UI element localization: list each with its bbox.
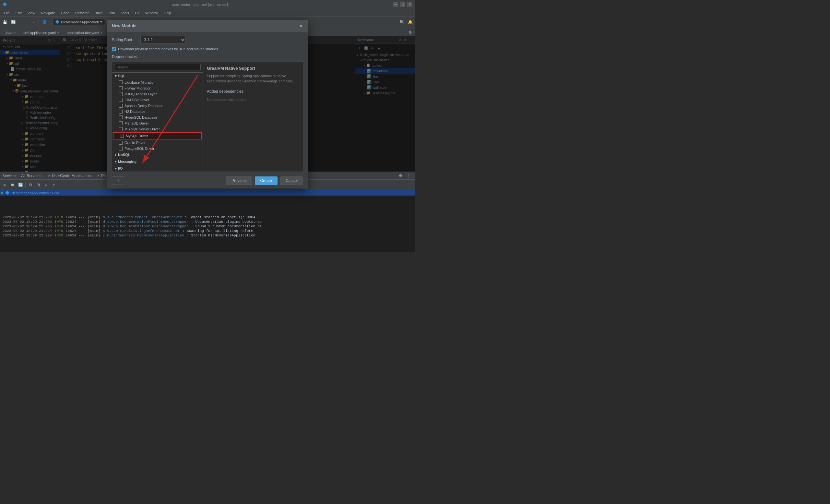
dep-apache-derby[interactable]: Apache Derby Database (112, 103, 203, 108)
dep-hsql-checkbox[interactable] (119, 116, 123, 119)
dep-mysql[interactable]: MySQL Driver (113, 132, 202, 139)
log-source-5: c.m.picmemories.PicMemoriesApplication (103, 233, 184, 238)
dep-derby-label: Apache Derby Database (125, 104, 163, 108)
dep-liquibase-checkbox[interactable] (119, 81, 123, 84)
services-label: Services: (3, 174, 17, 178)
dep-postgresql[interactable]: PostgreSQL Driver (112, 146, 203, 152)
dep-jooq[interactable]: JOOQ Access Layer (112, 91, 203, 97)
dep-category-messaging[interactable]: ▸ Messaging (112, 158, 203, 165)
notifications-button[interactable]: 🔔 (407, 19, 414, 26)
dep-liquibase[interactable]: Liquibase Migration (112, 80, 203, 85)
tab-settings-button[interactable]: ⚙ (407, 29, 414, 36)
maximize-button[interactable]: □ (400, 2, 405, 7)
deps-container: ▾ SQL Liquibase Migration Flyway Migrati… (112, 62, 303, 172)
search-everywhere-button[interactable]: 🔍 (398, 19, 405, 26)
menu-git[interactable]: Git (132, 10, 142, 15)
menu-refactor[interactable]: Refactor (73, 10, 91, 15)
add-service-btn[interactable]: + (50, 181, 57, 188)
dep-ibmdb2[interactable]: IBM DB2 Driver (112, 97, 203, 103)
modal-close-button[interactable]: ✕ (299, 23, 303, 29)
log-line-5: 2023-08-02 18:29:22.024 INFO 19624 --- [… (3, 233, 412, 238)
menu-navigate[interactable]: Navigate (38, 10, 57, 15)
services-settings-btn[interactable]: ⚙ (397, 172, 404, 179)
back-button[interactable]: ← (21, 19, 28, 26)
log-pid-1: 19624 --- (65, 215, 85, 219)
modal-create-button[interactable]: Create (255, 177, 278, 185)
dep-mariadb-label: MariaDB Driver (125, 121, 149, 125)
tab-dev-close[interactable]: ✕ (100, 31, 103, 34)
menu-edit[interactable]: Edit (13, 10, 24, 15)
sync-button[interactable]: 🔄 (10, 19, 17, 26)
dep-category-nosql[interactable]: ▸ NoSQL (112, 152, 203, 158)
dep-ibmdb2-checkbox[interactable] (119, 98, 123, 102)
usercenter-tab[interactable]: ✕ UserCenterApplication (45, 173, 93, 179)
tab-java-close[interactable]: ✕ (13, 31, 16, 34)
dep-category-io[interactable]: ▸ I/O (112, 165, 203, 171)
tab-application-yaml[interactable]: src\.application.yaml ✕ (20, 29, 63, 36)
sql-label: SQL (118, 74, 125, 78)
menu-view[interactable]: View (25, 10, 38, 15)
all-services-tab[interactable]: All Services (19, 173, 44, 179)
log-level-1: INFO (55, 215, 63, 219)
modal-previous-button[interactable]: Previous (226, 177, 252, 185)
dep-h2[interactable]: H2 Database (112, 108, 203, 115)
services-options-btn[interactable]: ⋮ (405, 172, 412, 179)
dep-oracle-checkbox[interactable] (119, 141, 123, 145)
dep-flyway[interactable]: Flyway Migration (112, 85, 203, 91)
modal-help-button[interactable]: ? (112, 177, 125, 185)
tab-dev-label: application-dev.yaml (67, 31, 99, 35)
tab-java[interactable]: .java ✕ (1, 29, 20, 36)
dep-mssql[interactable]: MS SQL Server Driver (112, 126, 203, 132)
user-button[interactable]: 👤 (41, 19, 48, 26)
log-msg-4: : Scanning for api listing refere (183, 229, 253, 233)
deps-label: Dependencies: (112, 55, 303, 59)
tab-app-dev[interactable]: application-dev.yaml ✕ (63, 29, 106, 36)
usercenter-close[interactable]: ✕ (48, 174, 51, 178)
dep-postgresql-checkbox[interactable] (119, 147, 123, 151)
sort-service-btn[interactable]: ≡ (42, 181, 50, 188)
modal-overlay: New Module ✕ Spring Boot: 3.1.2 Download… (0, 36, 415, 171)
deps-search-input[interactable] (114, 64, 201, 70)
spring-boot-version-select[interactable]: 3.1.2 (140, 36, 186, 44)
menu-file[interactable]: File (1, 10, 12, 15)
dep-flyway-checkbox[interactable] (119, 86, 123, 90)
group-service-btn[interactable]: ⊞ (35, 181, 42, 188)
title-bar-center: user-center - pom.xml [user-center] (172, 3, 228, 6)
dep-derby-checkbox[interactable] (119, 104, 123, 108)
picmemories-close[interactable]: ✕ (97, 174, 100, 178)
run-service-btn[interactable]: ▶ (1, 181, 8, 188)
toolbar-sep-1 (19, 19, 19, 25)
stop-service-btn[interactable]: ⏹ (9, 181, 16, 188)
menu-run[interactable]: Run (106, 10, 117, 15)
deps-category-list: ▾ SQL Liquibase Migration Flyway Migrati… (112, 73, 203, 171)
dep-oracle[interactable]: Oracle Driver (112, 140, 203, 146)
restart-service-btn[interactable]: 🔄 (17, 181, 24, 188)
dep-jooq-checkbox[interactable] (119, 92, 123, 96)
forward-button[interactable]: → (30, 19, 37, 26)
menu-window[interactable]: Window (143, 10, 160, 15)
filter-service-btn[interactable]: ⊟ (27, 181, 34, 188)
messaging-arrow: ▸ (115, 160, 117, 164)
app-selector[interactable]: 🔷 PicMemoriesApplication ▾ (52, 19, 105, 25)
service-item-picmemories[interactable]: ▶ 🔷 PicMemoriesApplication :8084/ (0, 190, 415, 195)
dep-mysql-checkbox[interactable] (120, 134, 124, 138)
menu-code[interactable]: Code (58, 10, 72, 15)
minimize-button[interactable]: ─ (393, 2, 398, 7)
modal-header: New Module ✕ (107, 20, 308, 32)
menu-tools[interactable]: Tools (118, 10, 132, 15)
dep-h2-checkbox[interactable] (119, 109, 123, 114)
dep-mariadb-checkbox[interactable] (119, 121, 123, 125)
dep-category-sql[interactable]: ▾ SQL (112, 73, 203, 80)
modal-cancel-button[interactable]: Cancel (280, 177, 303, 185)
menu-help[interactable]: Help (161, 10, 174, 15)
save-all-button[interactable]: 💾 (1, 19, 8, 26)
dep-mariadb[interactable]: MariaDB Driver (112, 120, 203, 126)
menu-build[interactable]: Build (92, 10, 105, 15)
download-indexes-checkbox[interactable] (112, 47, 116, 51)
close-button[interactable]: ✕ (407, 2, 412, 7)
dep-hsql[interactable]: HyperSQL Database (112, 115, 203, 120)
dep-postgresql-label: PostgreSQL Driver (125, 147, 154, 151)
tab-yaml-close[interactable]: ✕ (57, 31, 60, 34)
dep-mssql-checkbox[interactable] (119, 127, 123, 131)
dep-oracle-label: Oracle Driver (125, 141, 146, 145)
